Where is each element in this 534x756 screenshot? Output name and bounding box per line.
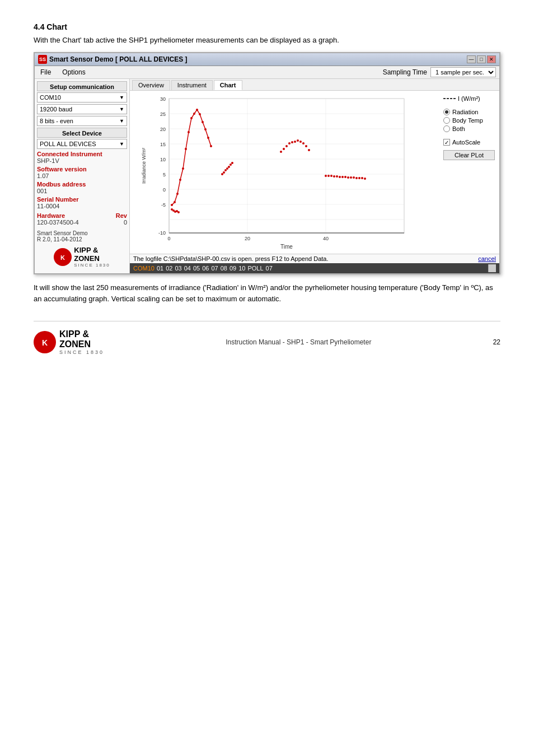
svg-point-36 <box>185 148 187 150</box>
svg-point-32 <box>174 201 176 203</box>
chart-area: 30 25 20 15 10 5 0 -5 -10 0 20 <box>130 91 499 254</box>
clear-plot-button[interactable]: Clear PLot <box>443 150 495 160</box>
logo-area: K KIPP & ZONEN SINCE 1830 <box>37 246 127 268</box>
com-item-09[interactable]: 09 <box>229 265 236 272</box>
svg-point-62 <box>305 145 307 147</box>
svg-point-42 <box>202 121 204 123</box>
footer-logo-since: SINCE 1830 <box>59 349 104 355</box>
svg-point-66 <box>330 175 332 177</box>
close-button[interactable]: ✕ <box>487 55 496 63</box>
hardware-value: 120-0374500-4 <box>37 219 79 226</box>
radio-radiation[interactable]: Radiation <box>443 109 495 115</box>
footer-logo: K KIPP & ZONEN SINCE 1830 <box>34 329 104 355</box>
svg-point-53 <box>280 151 282 153</box>
svg-text:30: 30 <box>160 96 166 102</box>
com-item-07b[interactable]: 07 <box>266 265 273 272</box>
svg-text:0: 0 <box>167 236 170 241</box>
window-title: Smart Sensor Demo [ POLL ALL DEVICES ] <box>49 55 188 63</box>
tabs-bar: Overview Instrument Chart <box>130 79 499 91</box>
software-version-value: 1.07 <box>37 172 127 179</box>
svg-text:Irradiance W/m²: Irradiance W/m² <box>141 148 147 184</box>
com-dropdown[interactable]: COM10 ▼ <box>37 92 127 102</box>
com-item-03[interactable]: 03 <box>175 265 181 272</box>
bits-dropdown[interactable]: 8 bits - even ▼ <box>37 116 127 126</box>
svg-point-43 <box>204 128 207 130</box>
svg-point-63 <box>308 149 310 151</box>
svg-text:25: 25 <box>160 111 166 117</box>
com-item-02[interactable]: 02 <box>166 265 172 272</box>
serial-number-value: 11-0004 <box>37 203 127 209</box>
svg-text:10: 10 <box>160 157 166 162</box>
logo-main-text: KIPP & <box>74 246 110 254</box>
svg-point-60 <box>299 141 302 143</box>
description-text: It will show the last 250 measurements o… <box>34 282 500 304</box>
radiation-radio[interactable] <box>443 109 450 115</box>
scrollbar[interactable] <box>488 264 496 272</box>
svg-point-47 <box>223 171 225 174</box>
section-title: 4.4 Chart <box>34 22 500 31</box>
cancel-link[interactable]: cancel <box>478 255 496 262</box>
poll-dropdown[interactable]: POLL ALL DEVICES ▼ <box>37 139 127 149</box>
com-item-05[interactable]: 05 <box>193 265 200 272</box>
tab-overview[interactable]: Overview <box>132 80 170 90</box>
svg-point-45 <box>210 145 212 147</box>
software-version-label: Software version <box>37 166 127 172</box>
body-temp-radio[interactable] <box>443 117 450 124</box>
select-device-button[interactable]: Select Device <box>37 128 127 138</box>
com-item-01[interactable]: 01 <box>157 265 163 272</box>
svg-point-77 <box>361 177 363 179</box>
app-body: Setup communication COM10 ▼ 19200 baud ▼… <box>35 79 499 273</box>
body-temp-label: Body Temp <box>452 117 483 124</box>
footer-area: K KIPP & ZONEN SINCE 1830 Instruction Ma… <box>34 321 500 355</box>
app-icon: SS <box>38 55 47 64</box>
menu-file[interactable]: File <box>38 68 53 77</box>
hardware-rev-value: 0 <box>124 219 127 226</box>
svg-point-64 <box>325 175 327 177</box>
com-item-07[interactable]: 07 <box>211 265 218 272</box>
footer-logo-kipp: KIPP & <box>59 329 104 339</box>
svg-point-54 <box>283 148 285 150</box>
com-item-06[interactable]: 06 <box>202 265 209 272</box>
footer-logo-zonen: ZONEN <box>59 339 104 349</box>
tab-instrument[interactable]: Instrument <box>171 80 213 90</box>
svg-point-68 <box>336 175 338 178</box>
status-message: The logfile C:\SHPdata\SHP-00.csv is ope… <box>133 255 329 262</box>
svg-text:K: K <box>60 254 65 261</box>
radio-both[interactable]: Both <box>443 125 495 132</box>
com-highlight: COM10 <box>133 265 154 272</box>
svg-text:-10: -10 <box>158 230 166 236</box>
radiation-label: Radiation <box>452 109 478 115</box>
svg-point-33 <box>176 193 179 195</box>
svg-point-56 <box>288 142 291 144</box>
menu-options[interactable]: Options <box>60 68 87 77</box>
maximize-button[interactable]: □ <box>477 55 486 63</box>
baud-dropdown[interactable]: 19200 baud ▼ <box>37 104 127 114</box>
autoscale-row[interactable]: ✓ AutoScale <box>443 139 495 146</box>
tab-chart[interactable]: Chart <box>214 80 242 90</box>
svg-point-57 <box>291 141 293 143</box>
svg-point-34 <box>179 179 181 181</box>
both-radio[interactable] <box>443 125 450 132</box>
com-item-04[interactable]: 04 <box>184 265 191 272</box>
legend-irradiance-label: I (W/m²) <box>458 95 480 102</box>
com-item-poll[interactable]: POLL <box>247 265 263 272</box>
com-item-08[interactable]: 08 <box>221 265 227 272</box>
svg-text:Time: Time <box>280 244 293 250</box>
svg-point-44 <box>207 137 209 139</box>
minimize-button[interactable]: — <box>467 55 476 63</box>
svg-point-76 <box>358 177 360 179</box>
svg-point-69 <box>339 176 341 178</box>
autoscale-checkbox[interactable]: ✓ <box>443 139 450 146</box>
logo-zonen-text: ZONEN <box>74 254 110 263</box>
com-item-10[interactable]: 10 <box>238 265 245 272</box>
svg-point-59 <box>297 139 299 142</box>
svg-text:20: 20 <box>245 236 250 241</box>
sampling-select[interactable]: 1 sample per sec. <box>430 67 496 77</box>
serial-number-label: Serial Number <box>37 196 127 203</box>
right-panel: Overview Instrument Chart <box>130 79 499 273</box>
hardware-rev-label: Rev <box>116 212 127 219</box>
svg-point-48 <box>224 169 227 171</box>
radio-body-temp[interactable]: Body Temp <box>443 117 495 124</box>
svg-point-83 <box>177 211 180 213</box>
svg-point-74 <box>353 176 355 179</box>
